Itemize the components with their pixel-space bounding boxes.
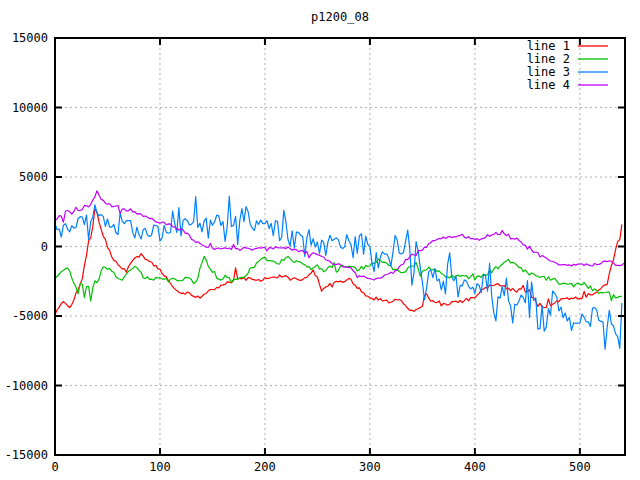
legend-label: line 1 <box>527 39 570 53</box>
y-tick-label: -15000 <box>5 448 48 462</box>
series-line-3 <box>55 196 622 349</box>
y-tick-label: -10000 <box>5 379 48 393</box>
x-tick-label: 400 <box>464 460 486 474</box>
series-line-1 <box>55 209 622 315</box>
y-tick-label: 5000 <box>19 170 48 184</box>
y-tick-label: 15000 <box>12 31 48 45</box>
x-tick-label: 200 <box>254 460 276 474</box>
series-line-2 <box>55 256 622 301</box>
y-tick-label: -5000 <box>12 309 48 323</box>
y-tick-label: 0 <box>41 240 48 254</box>
legend-label: line 3 <box>527 65 570 79</box>
x-tick-label: 500 <box>569 460 591 474</box>
legend-label: line 2 <box>527 52 570 66</box>
series-line-4 <box>55 191 624 280</box>
gnuplot-chart: p1200_08 0100200300400500-15000-10000-50… <box>0 0 640 480</box>
x-tick-label: 100 <box>149 460 171 474</box>
x-tick-label: 0 <box>51 460 58 474</box>
y-tick-label: 10000 <box>12 101 48 115</box>
x-tick-label: 300 <box>359 460 381 474</box>
plot-area: 0100200300400500-15000-10000-50000500010… <box>0 0 640 480</box>
legend-label: line 4 <box>527 78 570 92</box>
